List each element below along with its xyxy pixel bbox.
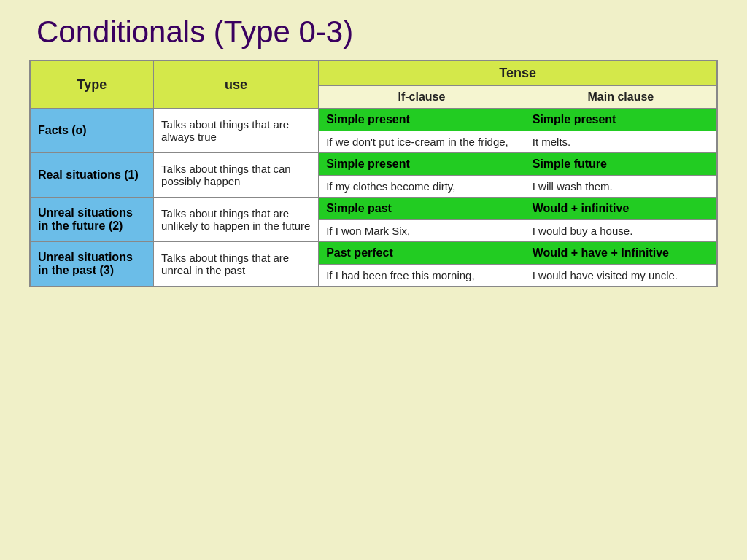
use-facts: Talks about things that are always true — [154, 109, 319, 153]
example-main-facts: It melts. — [525, 131, 717, 153]
type-unreal-past: Unreal situations in the past (3) — [30, 242, 154, 287]
tense-if-real: Simple present — [319, 153, 525, 176]
example-main-unreal-past: I would have visited my uncle. — [525, 265, 717, 287]
page-title: Conditionals (Type 0-3) — [36, 7, 353, 60]
use-unreal-past: Talks about things that are unreal in th… — [154, 242, 319, 287]
example-main-real: I will wash them. — [525, 176, 717, 198]
tense-if-facts: Simple present — [319, 109, 525, 131]
col-header-type: Type — [30, 61, 154, 109]
example-if-real: If my clothes become dirty, — [319, 176, 525, 198]
type-real: Real situations (1) — [30, 153, 154, 198]
example-if-facts: If we don't put ice-cream in the fridge, — [319, 131, 525, 153]
conditionals-table: Type use Tense If-clause Main clause Fac… — [29, 60, 718, 287]
tense-main-unreal-future: Would + infinitive — [525, 198, 717, 220]
type-facts: Facts (o) — [30, 109, 154, 153]
example-if-unreal-future: If I won Mark Six, — [319, 220, 525, 242]
use-unreal-future: Talks about things that are unlikely to … — [154, 198, 319, 242]
type-unreal-future: Unreal situations in the future (2) — [30, 198, 154, 242]
subheader-if-clause: If-clause — [319, 86, 525, 109]
example-main-unreal-future: I would buy a house. — [525, 220, 717, 242]
col-header-tense: Tense — [319, 61, 717, 86]
col-header-use: use — [154, 61, 319, 109]
tense-main-unreal-past: Would + have + Infinitive — [525, 242, 717, 265]
tense-main-real: Simple future — [525, 153, 717, 176]
subheader-main-clause: Main clause — [525, 86, 717, 109]
use-real: Talks about things that can possibly hap… — [154, 153, 319, 198]
tense-main-facts: Simple present — [525, 109, 717, 131]
tense-if-unreal-past: Past perfect — [319, 242, 525, 265]
tense-if-unreal-future: Simple past — [319, 198, 525, 220]
example-if-unreal-past: If I had been free this morning, — [319, 265, 525, 287]
